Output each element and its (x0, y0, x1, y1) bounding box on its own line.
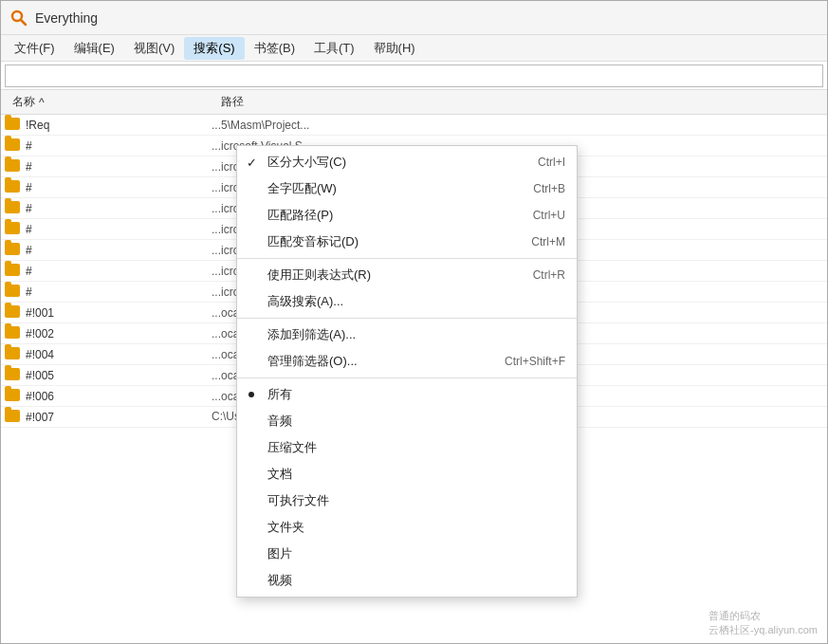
search-input[interactable] (5, 64, 823, 87)
menu-item-audio[interactable]: 音频 (237, 408, 577, 434)
app-icon (10, 9, 28, 27)
menu-item-regex[interactable]: 使用正则表达式(R) Ctrl+R (237, 262, 577, 288)
separator-1 (237, 258, 577, 259)
menu-bar: 文件(F) 编辑(E) 视图(V) 搜索(S) 书签(B) 工具(T) 帮助(H… (1, 35, 827, 62)
menu-view[interactable]: 视图(V) (124, 37, 184, 60)
menu-item-whole-word[interactable]: 全字匹配(W) Ctrl+B (237, 175, 577, 202)
menu-file[interactable]: 文件(F) (5, 37, 64, 60)
svg-line-1 (21, 20, 26, 25)
menu-item-folder[interactable]: 文件夹 (237, 514, 577, 541)
folder-icon (5, 410, 22, 425)
menu-help[interactable]: 帮助(H) (364, 37, 425, 60)
folder-icon (5, 201, 22, 216)
content-area: 名称 ^ 路径 !Req ...5\Masm\Project... # ...i… (1, 90, 827, 643)
folder-icon (5, 159, 22, 175)
dot-icon (248, 392, 254, 397)
menu-item-manage-filter[interactable]: 管理筛选器(O)... Ctrl+Shift+F (237, 348, 577, 375)
search-dropdown-menu: ✓ 区分大小写(C) Ctrl+I 全字匹配(W) Ctrl+B 匹配路径(P)… (236, 145, 578, 598)
main-window: Everything 文件(F) 编辑(E) 视图(V) 搜索(S) 书签(B)… (0, 0, 828, 644)
folder-icon (5, 305, 22, 321)
menu-item-video[interactable]: 视频 (237, 567, 577, 594)
menu-search[interactable]: 搜索(S) (184, 37, 244, 60)
menu-edit[interactable]: 编辑(E) (64, 37, 124, 60)
col-header-path[interactable]: 路径 (213, 94, 823, 110)
folder-icon (5, 389, 22, 404)
menu-item-document[interactable]: 文档 (237, 461, 577, 488)
menu-item-all[interactable]: 所有 (237, 381, 577, 408)
menu-item-picture[interactable]: 图片 (237, 541, 577, 567)
menu-item-match-path[interactable]: 匹配路径(P) Ctrl+U (237, 202, 577, 229)
title-bar: Everything (1, 1, 827, 35)
folder-icon (5, 180, 22, 195)
col-header-name[interactable]: 名称 ^ (5, 94, 213, 110)
window-title: Everything (35, 10, 98, 26)
menu-bookmarks[interactable]: 书签(B) (245, 37, 304, 60)
menu-item-match-diacritic[interactable]: 匹配变音标记(D) Ctrl+M (237, 229, 577, 255)
folder-icon (5, 138, 22, 154)
folder-icon (5, 326, 22, 341)
menu-item-add-filter[interactable]: 添加到筛选(A)... (237, 322, 577, 348)
menu-tools[interactable]: 工具(T) (304, 37, 364, 60)
checkmark-icon: ✓ (247, 156, 257, 170)
separator-2 (237, 318, 577, 319)
search-bar (1, 62, 827, 90)
menu-item-executable[interactable]: 可执行文件 (237, 488, 577, 514)
column-headers: 名称 ^ 路径 (1, 90, 827, 115)
folder-icon (5, 243, 22, 258)
table-row[interactable]: !Req ...5\Masm\Project... (1, 115, 827, 136)
folder-icon (5, 285, 22, 300)
folder-icon (5, 222, 22, 237)
menu-item-advanced-search[interactable]: 高级搜索(A)... (237, 288, 577, 315)
folder-icon (5, 264, 22, 279)
menu-item-case-sensitive[interactable]: ✓ 区分大小写(C) Ctrl+I (237, 149, 577, 175)
menu-item-compressed[interactable]: 压缩文件 (237, 434, 577, 461)
folder-icon (5, 118, 22, 133)
folder-icon (5, 368, 22, 383)
separator-3 (237, 377, 577, 378)
folder-icon (5, 347, 22, 362)
